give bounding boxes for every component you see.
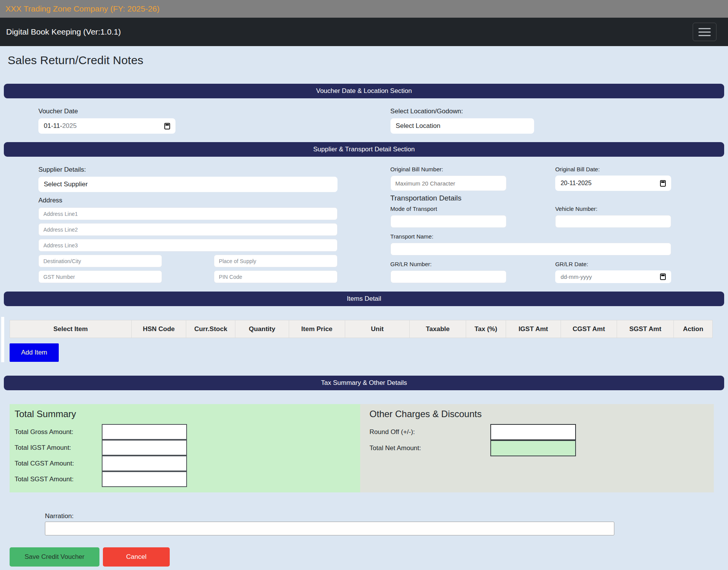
transportation-details-title: Transportation Details — [390, 194, 671, 202]
address-label: Address — [38, 197, 338, 204]
original-bill-date-input[interactable]: 20-11-2025 — [555, 176, 671, 191]
company-name: XXX Trading Zone Company (FY: 2025-26) — [5, 4, 160, 13]
total-gross-input[interactable] — [102, 424, 187, 440]
address-line3-input[interactable] — [38, 239, 338, 252]
section-header-supplier: Supplier & Transport Detail Section — [4, 142, 724, 157]
original-bill-number-label: Original Bill Number: — [390, 166, 506, 172]
location-select[interactable]: Select Location — [390, 118, 534, 134]
total-summary-title: Total Summary — [15, 409, 345, 419]
col-action: Action — [674, 320, 713, 338]
grlr-date-placeholder: dd-mm-yyyy — [561, 273, 592, 280]
place-of-supply-input[interactable] — [214, 255, 338, 267]
voucher-date-daymonth: 01-11- — [44, 122, 62, 129]
voucher-row: Voucher Date 01-11-2025 Select Location/… — [4, 98, 724, 142]
section-header-tax: Tax Summary & Other Details — [4, 376, 724, 390]
page-title: Sales Return/Credit Notes — [8, 54, 724, 67]
total-sgst-label: Total SGST Amount: — [15, 476, 102, 483]
supplier-details-label: Supplier Details: — [38, 166, 338, 174]
grlr-date-input[interactable]: dd-mm-yyyy — [555, 270, 671, 283]
total-igst-row: Total IGST Amount: — [15, 440, 345, 456]
other-charges-title: Other Charges & Discounts — [369, 409, 698, 419]
items-table-header-row: Select Item HSN Code Curr.Stock Quantity… — [10, 320, 713, 338]
table-scroll-edge — [1, 317, 4, 362]
total-gross-row: Total Gross Amount: — [15, 424, 345, 440]
round-off-row: Round Off (+/-): — [369, 424, 698, 440]
col-sgst-amt: SGST Amt — [617, 320, 674, 338]
location-label: Select Location/Godown: — [390, 108, 671, 115]
transport-name-input[interactable] — [390, 243, 671, 255]
items-table: Select Item HSN Code Curr.Stock Quantity… — [10, 320, 713, 338]
col-select-item: Select Item — [10, 320, 132, 338]
narration-label: Narration: — [45, 512, 724, 520]
col-igst-amt: IGST Amt — [506, 320, 561, 338]
round-off-label: Round Off (+/-): — [369, 428, 490, 436]
mode-of-transport-input[interactable] — [390, 215, 506, 228]
vehicle-number-label: Vehicle Number: — [555, 205, 671, 212]
voucher-date-year: 2025 — [62, 122, 77, 129]
col-unit: Unit — [345, 320, 409, 338]
grlr-date-label: GR/LR Date: — [555, 261, 671, 267]
total-cgst-row: Total CGST Amount: — [15, 456, 345, 471]
gst-number-input[interactable] — [38, 270, 162, 283]
total-cgst-input[interactable] — [102, 456, 187, 471]
other-charges-panel: Other Charges & Discounts Round Off (+/-… — [360, 404, 714, 492]
total-net-row: Total Net Amount: — [369, 440, 698, 456]
company-title-bar: XXX Trading Zone Company (FY: 2025-26) — [0, 0, 728, 18]
original-bill-date-label: Original Bill Date: — [555, 166, 671, 172]
address-line1-input[interactable] — [38, 207, 338, 220]
save-credit-voucher-button[interactable]: Save Credit Voucher — [10, 547, 99, 567]
calendar-icon[interactable] — [164, 123, 170, 129]
col-curr-stock: Curr.Stock — [186, 320, 235, 338]
col-cgst-amt: CGST Amt — [561, 320, 617, 338]
total-net-input[interactable] — [490, 440, 576, 456]
section-header-items: Items Detail — [4, 292, 724, 306]
items-table-zone: Select Item HSN Code Curr.Stock Quantity… — [4, 320, 724, 362]
supplier-row: Supplier Details: Select Supplier Addres… — [4, 157, 724, 292]
pin-code-input[interactable] — [214, 270, 338, 283]
vehicle-number-input[interactable] — [555, 215, 671, 228]
address-line2-input[interactable] — [38, 223, 338, 236]
grlr-number-input[interactable] — [390, 270, 506, 283]
col-quantity: Quantity — [235, 320, 289, 338]
total-gross-label: Total Gross Amount: — [15, 428, 102, 436]
total-igst-label: Total IGST Amount: — [15, 444, 102, 452]
col-tax-pct: Tax (%) — [466, 320, 506, 338]
col-taxable: Taxable — [410, 320, 466, 338]
total-sgst-row: Total SGST Amount: — [15, 471, 345, 487]
original-bill-date-value: 20-11-2025 — [561, 180, 592, 187]
total-cgst-label: Total CGST Amount: — [15, 460, 102, 467]
voucher-date-input[interactable]: 01-11-2025 — [38, 118, 175, 134]
supplier-select[interactable]: Select Supplier — [38, 177, 338, 192]
total-summary-panel: Total Summary Total Gross Amount: Total … — [10, 404, 360, 492]
total-igst-input[interactable] — [102, 440, 187, 456]
transport-name-label: Transport Name: — [390, 233, 671, 240]
tax-panels: Total Summary Total Gross Amount: Total … — [10, 404, 714, 492]
calendar-icon[interactable] — [660, 180, 666, 187]
round-off-input[interactable] — [490, 424, 576, 440]
add-item-button[interactable]: Add Item — [10, 343, 59, 362]
col-hsn-code: HSN Code — [131, 320, 186, 338]
form-actions: Save Credit Voucher Cancel — [10, 547, 724, 567]
original-bill-number-input[interactable] — [390, 176, 506, 191]
app-navbar: Digital Book Keeping (Ver:1.0.1) — [0, 18, 728, 46]
hamburger-icon — [698, 28, 711, 29]
app-brand: Digital Book Keeping (Ver:1.0.1) — [6, 27, 121, 36]
hamburger-menu-button[interactable] — [693, 23, 716, 41]
grlr-number-label: GR/LR Number: — [390, 261, 506, 267]
destination-city-input[interactable] — [38, 255, 162, 267]
mode-of-transport-label: Mode of Transport — [390, 205, 506, 212]
section-header-voucher: Voucher Date & Location Section — [4, 84, 724, 98]
voucher-date-label: Voucher Date — [38, 108, 338, 115]
total-net-label: Total Net Amount: — [369, 444, 490, 452]
col-item-price: Item Price — [289, 320, 345, 338]
cancel-button[interactable]: Cancel — [103, 547, 170, 567]
page-content: Sales Return/Credit Notes Voucher Date &… — [0, 46, 728, 570]
narration-input[interactable] — [45, 522, 614, 535]
narration-section: Narration: — [45, 512, 724, 535]
calendar-icon[interactable] — [660, 273, 666, 280]
total-sgst-input[interactable] — [102, 471, 187, 487]
